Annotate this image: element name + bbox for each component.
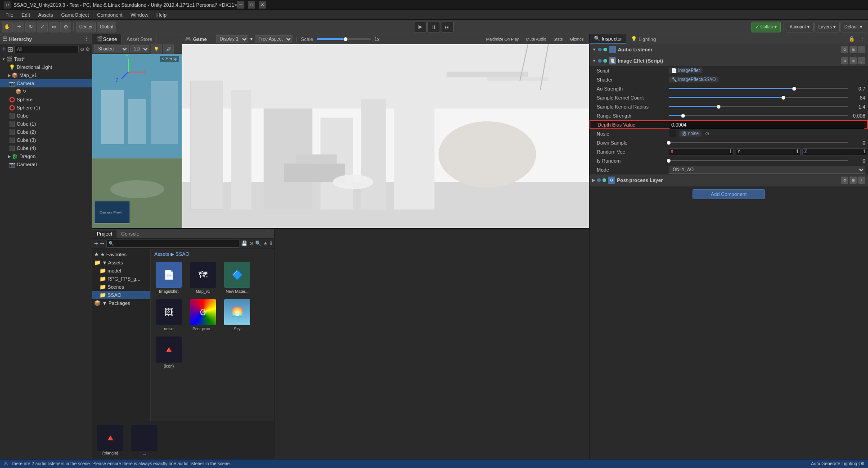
hierarchy-item-12[interactable]: ▶ 🐉 Dragon [0, 152, 92, 160]
component-enabled-ie[interactable] [603, 59, 607, 63]
hierarchy-search-input[interactable] [14, 45, 79, 53]
second-row-asset-1[interactable]: ... [128, 423, 161, 457]
post-process-header[interactable]: ▶ ⚙ Post-process Layer ⚙ ⊞ ⋮ [589, 175, 868, 186]
hierarchy-item-4[interactable]: 📦 V [0, 87, 92, 95]
component-expand-btn-ie[interactable]: ⊞ [850, 57, 857, 64]
move-tool-button[interactable]: ✛ [13, 22, 24, 32]
project-panel-menu[interactable]: ⋮ [264, 231, 274, 236]
asset-item-0[interactable]: 📄 ImageEffet [153, 260, 185, 295]
vector-x-input-9[interactable] [675, 149, 733, 154]
hierarchy-item-0[interactable]: ▼ 🎬 Test* [0, 55, 92, 63]
hierarchy-menu-btn[interactable]: ⋮ [84, 36, 89, 42]
slider-2[interactable] [669, 88, 848, 89]
transform-tool-button[interactable]: ⊕ [60, 22, 71, 32]
component-enabled-pp[interactable] [603, 178, 606, 182]
filter-icon[interactable]: ⊘ [80, 46, 84, 52]
project-minus-button[interactable]: − [100, 240, 104, 248]
mute-audio-btn[interactable]: Mute Audio [523, 36, 549, 42]
center-toggle-button[interactable]: Center [76, 22, 96, 32]
layers-dropdown-button[interactable]: Layers ▾ [814, 22, 840, 32]
vector-y-input-9[interactable] [742, 149, 800, 154]
slider-10[interactable] [669, 160, 848, 161]
close-button[interactable]: ✕ [259, 1, 266, 9]
slider-thumb-5[interactable] [681, 114, 685, 118]
scene-audio-btn[interactable]: 🔊 [163, 44, 174, 55]
slider-thumb-4[interactable] [717, 105, 720, 109]
slider-thumb-8[interactable] [667, 141, 670, 145]
collab-button[interactable]: ✓ Collab ▾ [751, 22, 781, 32]
menu-item-help[interactable]: Help [153, 11, 170, 18]
asset-item-4[interactable]: ⚙ Post-proc... [187, 297, 219, 333]
component-expand-btn[interactable]: ⊞ [850, 46, 857, 53]
hierarchy-item-9[interactable]: ⬛ Cube (2) [0, 128, 92, 136]
gizmos-btn[interactable]: Gizmos [567, 36, 586, 42]
component-settings-btn[interactable]: ⚙ [841, 46, 848, 53]
tree-item-4[interactable]: 📁 Scenes [92, 283, 150, 291]
shading-mode-select[interactable]: Shaded Wireframe [94, 45, 129, 53]
maximize-button[interactable]: □ [248, 1, 255, 9]
hierarchy-item-10[interactable]: ⬛ Cube (3) [0, 136, 92, 144]
slider-thumb-10[interactable] [667, 159, 670, 163]
save-assets-btn[interactable]: 💾 [241, 241, 247, 246]
lighting-tab[interactable]: 💡 Lighting [626, 35, 661, 43]
hierarchy-item-7[interactable]: ⬛ Cube [0, 112, 92, 120]
settings-icon[interactable]: ⚙ [85, 46, 90, 52]
tree-item-6[interactable]: 📦 ▼ Packages [92, 299, 150, 307]
inspector-tab[interactable]: 🔍 Inspector [589, 34, 626, 44]
display-select[interactable]: Display 1 [216, 35, 248, 43]
hierarchy-item-5[interactable]: ⭕ Sphere [0, 95, 92, 104]
add-component-button[interactable]: Add Component [693, 189, 765, 199]
asset-item-1[interactable]: 🗺 Map_v1 [187, 260, 219, 295]
layout-dropdown-button[interactable]: Default ▾ [841, 22, 866, 32]
asset-item-3[interactable]: 🖼 noise [153, 297, 185, 333]
hierarchy-item-8[interactable]: ⬛ Cube (1) [0, 120, 92, 128]
aspect-select[interactable]: Free Aspect 4:3 16:9 [255, 35, 292, 43]
minimize-button[interactable]: ─ [237, 1, 244, 9]
component-settings-btn-ie[interactable]: ⚙ [841, 57, 848, 64]
project-add-button[interactable]: + [94, 240, 98, 248]
hierarchy-item-11[interactable]: ⬛ Cube (4) [0, 144, 92, 152]
2d-toggle[interactable]: 2D 3D [130, 45, 149, 53]
step-button[interactable]: ⏭ [441, 22, 454, 32]
component-settings-btn-pp[interactable]: ⚙ [841, 177, 848, 184]
slider-thumb-2[interactable] [792, 87, 796, 91]
object-ref-1[interactable]: 🔧 ImageEffect/SSAO [669, 77, 719, 82]
account-dropdown-button[interactable]: Account ▾ [786, 22, 814, 32]
hierarchy-options-button[interactable]: ⊞ [7, 45, 13, 54]
slider-thumb-3[interactable] [782, 96, 785, 100]
tree-item-2[interactable]: 📁 model [92, 267, 150, 275]
scene-tab[interactable]: 🎬 Scene [92, 34, 122, 44]
scale-tool-button[interactable]: ⤢ [37, 22, 48, 32]
stats-btn[interactable]: Stats [551, 36, 566, 42]
slider-8[interactable] [669, 142, 848, 143]
hierarchy-item-3[interactable]: 📷 Camera [0, 79, 92, 87]
hand-tool-button[interactable]: ✋ [2, 22, 13, 32]
menu-item-window[interactable]: Window [127, 11, 152, 18]
tree-item-0[interactable]: ★ ★ Favorites [92, 250, 150, 259]
vector-z-input-9[interactable] [808, 149, 867, 154]
asset-store-tab[interactable]: Asset Store [122, 34, 157, 44]
search-assets-btn[interactable]: 🔍 [255, 241, 261, 246]
second-row-asset-0[interactable]: 🔺 (triangle) [94, 423, 126, 457]
tree-item-3[interactable]: 📁 RPG_FPS_g... [92, 275, 150, 283]
filter-assets-btn[interactable]: ⊘ [249, 241, 253, 246]
menu-item-assets[interactable]: Assets [35, 11, 57, 18]
image-effet-header[interactable]: ▼ 📜 Image Effet (Script) ⚙ ⊞ ⋮ [589, 55, 868, 66]
asset-item-6[interactable]: 🔺 (icon) [153, 335, 185, 370]
maximize-on-play-btn[interactable]: Maximize On Play [483, 36, 522, 42]
object-ref-0[interactable]: 📄 ImageEffet [669, 68, 702, 73]
tree-item-1[interactable]: 📁 ▼ Assets [92, 259, 150, 267]
component-menu-btn-ie[interactable]: ⋮ [858, 57, 865, 64]
inspector-lock-btn[interactable]: 🔒 [846, 36, 858, 42]
inspector-menu-btn[interactable]: ⋮ [858, 36, 868, 42]
component-enabled[interactable] [603, 48, 607, 51]
component-expand-btn-pp[interactable]: ⊞ [850, 177, 857, 184]
menu-item-component[interactable]: Component [93, 11, 126, 18]
asset-item-5[interactable]: 🌅 Sky [221, 297, 253, 333]
object-picker-btn-7[interactable]: ⊙ [705, 131, 709, 136]
rotate-tool-button[interactable]: ↻ [25, 22, 36, 32]
menu-item-edit[interactable]: Edit [18, 11, 34, 18]
play-button[interactable]: ▶ [414, 22, 427, 32]
project-tab[interactable]: Project [92, 230, 117, 238]
hierarchy-item-6[interactable]: ⭕ Sphere (1) [0, 104, 92, 112]
